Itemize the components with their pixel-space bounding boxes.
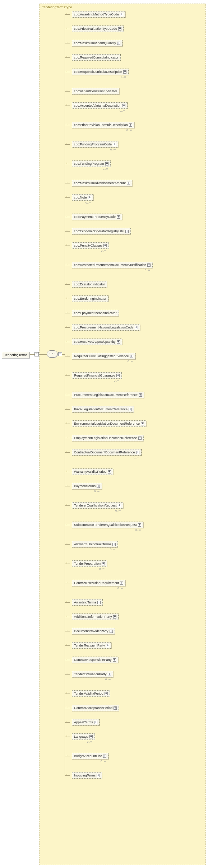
- child-element-node[interactable]: TenderValidityPeriod: [72, 690, 110, 697]
- optional-tick-icon: ›: [66, 263, 68, 266]
- child-element-node[interactable]: AwardingTerms: [72, 599, 103, 606]
- child-element-node[interactable]: RequiredFinancialGuarantee: [72, 372, 122, 379]
- child-element-node[interactable]: InvoicingTerms: [72, 772, 102, 779]
- expand-icon[interactable]: [139, 393, 142, 397]
- expand-icon[interactable]: [110, 630, 113, 633]
- child-element-node[interactable]: cbc:RequiredCurriculaDescription: [72, 69, 129, 75]
- expand-icon[interactable]: [97, 601, 101, 604]
- child-element-node[interactable]: ProcurementLegislationDocumentReference: [72, 392, 144, 398]
- child-element-node[interactable]: AppealTerms: [72, 719, 100, 725]
- expand-icon[interactable]: [130, 355, 133, 358]
- expand-icon[interactable]: [129, 123, 132, 127]
- expand-icon[interactable]: [120, 13, 123, 16]
- expand-icon[interactable]: [141, 422, 144, 425]
- expand-icon[interactable]: [138, 437, 142, 440]
- child-element-node[interactable]: cbc:PaymentFrequencyCode: [72, 214, 122, 220]
- child-element-node[interactable]: TendererQualificationRequest: [72, 502, 123, 509]
- expand-icon[interactable]: [97, 485, 100, 488]
- expand-icon[interactable]: [114, 706, 117, 710]
- expand-icon[interactable]: [105, 162, 108, 165]
- expand-icon[interactable]: [97, 774, 100, 777]
- child-element-node[interactable]: cbc:FundingProgram: [72, 160, 111, 167]
- child-element-node[interactable]: cbc:VariantConstraintIndicator: [72, 88, 119, 94]
- child-element-node[interactable]: cbc:RestrictedProcurementDocumentsJustif…: [72, 262, 153, 268]
- child-element-node[interactable]: cbc:AwardingMethodTypeCode: [72, 11, 125, 18]
- child-element-node[interactable]: BudgetAccountLine: [72, 753, 108, 759]
- child-element-node[interactable]: EnvironmentalLegislationDocumentReferenc…: [72, 420, 146, 427]
- child-element-node[interactable]: Language: [72, 733, 95, 740]
- child-element-node[interactable]: AdditionalInformationParty: [72, 613, 119, 620]
- expand-icon[interactable]: [117, 340, 120, 344]
- expand-icon[interactable]: [127, 182, 130, 185]
- child-element-node[interactable]: cbc:EconomicOperatorRegistryURI: [72, 228, 131, 234]
- child-element-node[interactable]: ContractAcceptancePeriod: [72, 705, 119, 711]
- child-element-node[interactable]: cbc:PriceRevisionFormulaDescription: [72, 122, 134, 128]
- cardinality-label: 0..∞: [145, 269, 150, 272]
- expand-icon[interactable]: [113, 615, 116, 619]
- expand-icon[interactable]: [108, 673, 111, 676]
- expand-icon[interactable]: [125, 230, 129, 233]
- expand-icon[interactable]: [135, 326, 138, 329]
- child-element-node[interactable]: cbc:ReceivedAppealQuantity: [72, 339, 122, 345]
- child-element-label: DocumentProviderParty: [74, 629, 108, 633]
- child-element-node[interactable]: cbc:EcatalogIndicator: [72, 281, 107, 288]
- child-element-node[interactable]: ContractualDocumentDocumentReference: [72, 449, 142, 456]
- expand-icon[interactable]: [138, 523, 141, 527]
- root-expand-toggle[interactable]: [34, 352, 39, 356]
- expand-icon[interactable]: [117, 215, 120, 219]
- child-element-node[interactable]: TenderEvaluationParty: [72, 671, 113, 677]
- child-element-node[interactable]: cbc:RequiredCurriculaIndicator: [72, 54, 121, 61]
- child-element-node[interactable]: cbc:EorderingIndicator: [72, 295, 108, 302]
- expand-icon[interactable]: [116, 374, 120, 377]
- expand-icon[interactable]: [94, 721, 97, 724]
- optional-tick-icon: ›: [66, 340, 68, 343]
- child-element-node[interactable]: AllowedSubcontractTerms: [72, 541, 118, 547]
- child-element-node[interactable]: RequiredCurriculaSuggestedEvidence: [72, 353, 135, 359]
- cardinality-label: 0..∞: [120, 109, 125, 112]
- child-element-node[interactable]: cbc:MaximumAdvertisementAmount: [72, 180, 132, 186]
- child-element-node[interactable]: EmploymentLegislationDocumentReference: [72, 435, 144, 441]
- child-element-node[interactable]: cbc:PriceEvaluationTypeCode: [72, 25, 124, 32]
- expand-icon[interactable]: [102, 562, 105, 565]
- expand-icon[interactable]: [105, 692, 108, 695]
- expand-icon[interactable]: [113, 143, 116, 146]
- child-element-node[interactable]: WarrantyValidityPeriod: [72, 468, 113, 475]
- expand-icon[interactable]: [103, 244, 107, 247]
- expand-icon[interactable]: [89, 735, 93, 738]
- child-element-node[interactable]: cbc:FundingProgramCode: [72, 141, 118, 148]
- child-element-label: cbc:RequiredCurriculaIndicator: [74, 56, 119, 59]
- sequence-expand-toggle[interactable]: [58, 352, 62, 356]
- child-element-node[interactable]: SubcontractorTendererQualificationReques…: [72, 522, 143, 528]
- child-element-node[interactable]: cbc:EpaymentMeansIndicator: [72, 310, 119, 316]
- expand-icon[interactable]: [118, 504, 121, 507]
- child-element-node[interactable]: TenderPreparation: [72, 560, 107, 567]
- child-element-node[interactable]: ContractResponsibleParty: [72, 657, 118, 663]
- child-element-node[interactable]: cbc:AcceptedVariantsDescription: [72, 102, 128, 109]
- expand-icon[interactable]: [108, 470, 111, 473]
- expand-icon[interactable]: [147, 263, 151, 267]
- expand-icon[interactable]: [106, 644, 109, 647]
- expand-icon[interactable]: [122, 104, 125, 107]
- child-element-node[interactable]: TenderRecipientParty: [72, 642, 111, 649]
- child-element-node[interactable]: cbc:PenaltyClauses: [72, 242, 109, 249]
- child-element-node[interactable]: PaymentTerms: [72, 483, 102, 489]
- expand-icon[interactable]: [113, 658, 116, 662]
- child-element-node[interactable]: FiscalLegislationDocumentReference: [72, 406, 134, 412]
- root-element-node[interactable]: TenderingTerms: [2, 352, 30, 358]
- expand-icon[interactable]: [120, 582, 123, 585]
- child-element-node[interactable]: DocumentProviderParty: [72, 628, 115, 634]
- expand-icon[interactable]: [88, 196, 91, 199]
- child-element-node[interactable]: ContractExecutionRequirement: [72, 580, 125, 586]
- child-element-node[interactable]: cbc:ProcurementNationalLegislationCode: [72, 324, 140, 331]
- child-element-node[interactable]: cbc:Note: [72, 194, 93, 201]
- expand-icon[interactable]: [136, 451, 139, 454]
- child-element-node[interactable]: cbc:MaximumVariantQuantity: [72, 40, 123, 46]
- cardinality-label: 0..∞: [101, 760, 106, 763]
- expand-icon[interactable]: [129, 408, 132, 411]
- expand-icon[interactable]: [123, 70, 126, 74]
- expand-icon[interactable]: [103, 755, 106, 758]
- expand-icon[interactable]: [112, 543, 116, 546]
- cardinality-label: 0..∞: [103, 167, 108, 171]
- expand-icon[interactable]: [117, 42, 120, 45]
- expand-icon[interactable]: [118, 27, 121, 31]
